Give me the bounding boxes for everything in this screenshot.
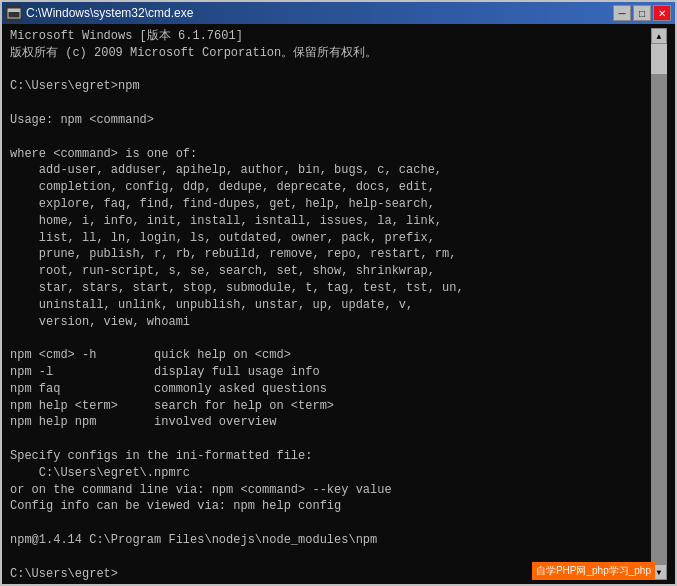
watermark: 自学PHP网_php学习_php [532,562,655,580]
title-bar-left: C:\Windows\system32\cmd.exe [6,5,193,21]
window-title: C:\Windows\system32\cmd.exe [26,6,193,20]
svg-rect-1 [8,9,20,12]
scrollbar-thumb[interactable] [651,44,667,74]
cmd-window: C:\Windows\system32\cmd.exe ─ □ ✕ Micros… [0,0,677,586]
close-button[interactable]: ✕ [653,5,671,21]
scrollbar[interactable]: ▲ ▼ [651,28,667,580]
terminal-body: Microsoft Windows [版本 6.1.7601]版权所有 (c) … [2,24,675,584]
terminal-content[interactable]: Microsoft Windows [版本 6.1.7601]版权所有 (c) … [10,28,651,580]
window-icon [6,5,22,21]
scrollbar-up-button[interactable]: ▲ [651,28,667,44]
minimize-button[interactable]: ─ [613,5,631,21]
title-bar: C:\Windows\system32\cmd.exe ─ □ ✕ [2,2,675,24]
title-buttons: ─ □ ✕ [613,5,671,21]
scrollbar-track[interactable] [651,44,667,564]
maximize-button[interactable]: □ [633,5,651,21]
